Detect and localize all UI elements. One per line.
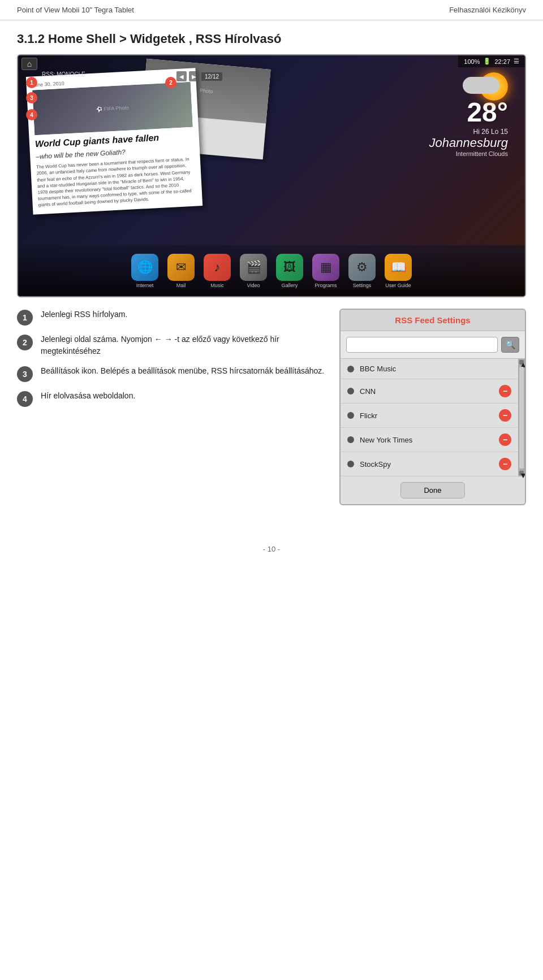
scroll-track <box>519 367 524 469</box>
feed-remove-2[interactable]: − <box>499 409 511 422</box>
nav-arrows[interactable]: ◀ ▶ 12/12 <box>176 71 222 81</box>
feed-dot-0 <box>347 366 354 372</box>
battery-icon: 🔋 <box>483 58 491 65</box>
gallery-icon: 🖼 <box>276 254 303 281</box>
feed-dot-3 <box>347 436 354 443</box>
annotation-row-1: 1Jelenlegi RSS hírfolyam. <box>17 309 328 326</box>
rss-feed-row-wrapper: BBC MusicCNN−Flickr−New York Times−Stock… <box>341 359 525 476</box>
rss-label: RSS: MONOCLE <box>42 71 85 77</box>
settings-icon: ⚙ <box>348 254 376 281</box>
feed-remove-3[interactable]: − <box>499 433 511 446</box>
tablet-num-3: 3 <box>26 92 37 103</box>
feed-remove-1[interactable]: − <box>499 385 511 397</box>
tablet-content: 1 2 3 4 RSS: MONOCLE ◀ ▶ 12/12 June 30, … <box>18 55 525 296</box>
feed-name-1: CNN <box>360 387 493 396</box>
home-button[interactable]: ⌂ <box>21 58 37 70</box>
header-left: Point of View Mobii 10" Tegra Tablet <box>17 6 134 14</box>
feed-name-0: BBC Music <box>360 365 511 373</box>
tablet-num-4: 4 <box>26 109 37 120</box>
dock-item-mail[interactable]: ✉Mail <box>167 254 195 288</box>
feed-dot-4 <box>347 461 354 467</box>
bottom-section: 1Jelenlegi RSS hírfolyam.2Jelenlegi olda… <box>17 309 526 505</box>
page-indicator: 12/12 <box>201 72 222 81</box>
scroll-up[interactable]: ▲ <box>519 360 524 365</box>
rss-feed-item-3: New York Times− <box>341 428 518 452</box>
scrollbar[interactable]: ▲ ▼ <box>518 359 525 476</box>
user guide-icon: 📖 <box>385 254 412 281</box>
feed-remove-4[interactable]: − <box>499 458 511 470</box>
weather-city: Johannesburg <box>429 136 508 150</box>
annotation-text-3: Beállítások ikon. Belépés a beállítások … <box>41 365 324 377</box>
rss-search-input[interactable] <box>346 337 498 353</box>
annotation-number-4: 4 <box>17 391 33 407</box>
video-icon: 🎬 <box>240 254 267 281</box>
page-header: Point of View Mobii 10" Tegra Tablet Fel… <box>0 0 543 20</box>
gallery-label: Gallery <box>282 283 298 288</box>
feed-name-4: StockSpy <box>360 460 493 469</box>
internet-label: Internet <box>136 283 154 288</box>
weather-widget: 28° Hi 26 Lo 15 Johannesburg Intermitten… <box>395 72 508 157</box>
annotation-row-3: 3Beállítások ikon. Belépés a beállítások… <box>17 365 328 382</box>
dock-item-settings[interactable]: ⚙Settings <box>348 254 376 288</box>
rss-search-row: 🔍 <box>341 331 525 359</box>
music-icon: ♪ <box>204 254 231 281</box>
dock-item-video[interactable]: 🎬Video <box>240 254 267 288</box>
feed-dot-2 <box>347 412 354 419</box>
annotation-number-2: 2 <box>17 335 33 350</box>
weather-hilow: Hi 26 Lo 15 <box>473 128 508 136</box>
mail-icon: ✉ <box>167 254 195 281</box>
tablet-dock: 🌐Internet✉Mail♪Music🎬Video🖼Gallery▦Progr… <box>18 245 525 296</box>
annotation-row-2: 2Jelenlegi oldal száma. Nyomjon ← → -t a… <box>17 333 328 357</box>
feed-name-2: Flickr <box>360 411 493 420</box>
dock-item-user guide[interactable]: 📖User Guide <box>385 254 412 288</box>
clock: 22:27 <box>494 58 510 65</box>
feed-name-3: New York Times <box>360 436 493 444</box>
menu-icon: ☰ <box>514 58 519 65</box>
tablet-statusbar: 100% 🔋 22:27 ☰ <box>458 55 525 67</box>
rss-feed-item-2: Flickr− <box>341 404 518 428</box>
annotation-row-4: 4Hír elolvasása weboldalon. <box>17 390 328 407</box>
cloud-icon <box>463 77 499 94</box>
annotations: 1Jelenlegi RSS hírfolyam.2Jelenlegi olda… <box>17 309 328 407</box>
annotation-number-1: 1 <box>17 310 33 326</box>
section-title: 3.1.2 Home Shell > Widgetek , RSS Hírolv… <box>0 20 543 54</box>
dock-item-programs[interactable]: ▦Programs <box>312 254 339 288</box>
annotation-text-1: Jelenlegi RSS hírfolyam. <box>41 309 127 320</box>
rss-feed-item-1: CNN− <box>341 379 518 404</box>
feed-dot-1 <box>347 388 354 394</box>
weather-temp: 28° <box>467 97 508 128</box>
annotation-text-2: Jelenlegi oldal száma. Nyomjon ← → -t az… <box>41 333 328 357</box>
card-body: The World Cup has never been a tournamen… <box>36 156 197 209</box>
battery-status: 100% <box>464 58 480 65</box>
mail-label: Mail <box>176 283 186 288</box>
next-arrow[interactable]: ▶ <box>189 71 199 81</box>
rss-done-button[interactable]: Done <box>400 482 464 498</box>
internet-icon: 🌐 <box>131 254 158 281</box>
programs-label: Programs <box>314 283 337 288</box>
tablet-num-2: 2 <box>165 77 176 88</box>
user guide-label: User Guide <box>385 283 411 288</box>
prev-arrow[interactable]: ◀ <box>176 71 187 81</box>
dock-item-music[interactable]: ♪Music <box>204 254 231 288</box>
video-label: Video <box>247 283 260 288</box>
scroll-down[interactable]: ▼ <box>519 471 524 475</box>
weather-icon <box>463 72 508 97</box>
dock-item-internet[interactable]: 🌐Internet <box>131 254 158 288</box>
annotation-text-4: Hír elolvasása weboldalon. <box>41 390 135 402</box>
rss-settings-panel: RSS Feed Settings 🔍 BBC MusicCNN−Flickr−… <box>339 309 526 505</box>
settings-label: Settings <box>353 283 372 288</box>
page-footer: - 10 - <box>0 528 543 570</box>
music-label: Music <box>210 283 224 288</box>
tablet-num-1: 1 <box>26 77 37 88</box>
dock-item-gallery[interactable]: 🖼Gallery <box>276 254 303 288</box>
rss-feed-item-4: StockSpy− <box>341 452 518 476</box>
annotation-number-3: 3 <box>17 366 33 382</box>
rss-settings-title: RSS Feed Settings <box>341 310 525 331</box>
rss-search-button[interactable]: 🔍 <box>501 337 519 353</box>
programs-icon: ▦ <box>312 254 339 281</box>
news-card-main: June 30, 2010 ⚽ FIFA Photo World Cup gia… <box>26 68 202 214</box>
header-right: Felhasználói Kézikönyv <box>449 6 526 14</box>
rss-feed-item-0: BBC Music <box>341 359 518 379</box>
page-number: - 10 - <box>263 545 280 553</box>
rss-feed-list: BBC MusicCNN−Flickr−New York Times−Stock… <box>341 359 518 476</box>
